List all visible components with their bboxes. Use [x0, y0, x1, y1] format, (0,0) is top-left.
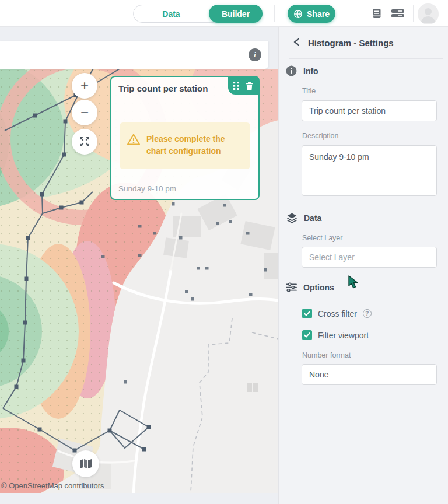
- options-heading: Options: [303, 283, 334, 292]
- map-header-bar: i: [0, 41, 268, 69]
- number-format-label: Number format: [302, 351, 351, 359]
- share-button[interactable]: Share: [288, 5, 335, 23]
- title-input[interactable]: [302, 100, 437, 121]
- indent-guide: [292, 298, 292, 388]
- warning-text: Please complete the chart configuration: [146, 133, 244, 158]
- widget-title: Trip count per station: [118, 83, 208, 93]
- divider: [274, 5, 275, 22]
- select-layer-label: Select Layer: [302, 234, 342, 242]
- tab-data[interactable]: Data: [134, 9, 209, 19]
- avatar[interactable]: [418, 4, 439, 24]
- settings-panel: Histogram - Settings Info Title Descript…: [278, 27, 448, 504]
- drag-handle-icon[interactable]: [233, 82, 240, 90]
- data-heading: Data: [304, 214, 321, 223]
- widget-footer: Sunday 9-10 pm: [118, 184, 176, 193]
- data-section-header: Data: [286, 212, 321, 223]
- expand-icon: [79, 136, 90, 148]
- basemap-button[interactable]: [72, 450, 99, 477]
- divider: [289, 58, 443, 59]
- options-section-header: Options: [286, 282, 334, 293]
- zoom-in-button[interactable]: +: [72, 73, 97, 99]
- zoom-out-button[interactable]: −: [72, 100, 97, 125]
- top-bar: Data Builder Share: [0, 0, 448, 27]
- info-heading: Info: [303, 66, 318, 76]
- filter-viewport-row[interactable]: Filter viewport: [302, 330, 369, 340]
- title-label: Title: [302, 87, 316, 95]
- sliders-icon: [286, 282, 297, 293]
- info-section-icon: [286, 65, 297, 76]
- help-icon[interactable]: ?: [363, 309, 372, 318]
- panels-icon[interactable]: [391, 8, 404, 19]
- filter-viewport-label: Filter viewport: [318, 331, 369, 340]
- widget-card[interactable]: Trip count per station: [110, 76, 260, 200]
- cross-filter-checkbox[interactable]: [302, 309, 312, 318]
- tab-builder[interactable]: Builder: [209, 5, 262, 23]
- description-input[interactable]: Sunday 9-10 pm: [302, 145, 437, 196]
- panel-title: Histogram - Settings: [308, 38, 394, 48]
- map-attribution: © OpenStreetMap contributors: [1, 481, 104, 490]
- info-section-header: Info: [286, 65, 318, 76]
- globe-icon: [293, 9, 303, 19]
- layers-icon: [286, 212, 298, 223]
- select-layer-input[interactable]: [302, 247, 437, 268]
- divider: [413, 5, 414, 22]
- docs-icon[interactable]: [371, 8, 384, 19]
- basemap-icon: [79, 459, 92, 469]
- map-workspace: i + − © OpenStreetMap contributors Trip …: [0, 27, 278, 504]
- number-format-input[interactable]: [302, 364, 437, 385]
- cross-filter-label: Cross filter: [318, 309, 357, 318]
- trash-icon[interactable]: [246, 82, 253, 90]
- warning-icon: [127, 133, 141, 146]
- expand-button[interactable]: [72, 129, 97, 155]
- mode-toggle: Data Builder: [133, 5, 262, 23]
- filter-viewport-checkbox[interactable]: [302, 330, 312, 340]
- indent-guide: [292, 229, 292, 273]
- info-icon[interactable]: i: [249, 48, 261, 61]
- description-label: Description: [302, 132, 339, 140]
- widget-actions: [228, 77, 258, 94]
- indent-guide: [292, 82, 292, 203]
- cross-filter-row[interactable]: Cross filter ?: [302, 309, 372, 318]
- panel-header: Histogram - Settings: [279, 27, 448, 58]
- widget-warning: Please complete the chart configuration: [120, 123, 250, 169]
- share-label: Share: [307, 9, 330, 19]
- back-icon[interactable]: [293, 37, 302, 47]
